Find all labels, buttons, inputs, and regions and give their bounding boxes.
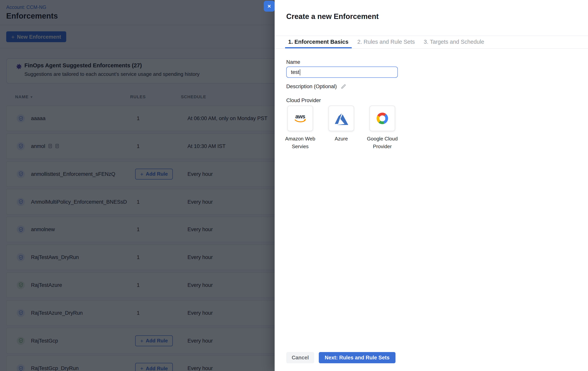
provider-gcp-card[interactable]: Google Cloud Provider — [362, 106, 403, 150]
create-enforcement-drawer: × Create a new Enforcement 1. Enforcemen… — [275, 0, 588, 371]
tab-enforcement-basics[interactable]: 1. Enforcement Basics — [285, 36, 352, 48]
description-label: Description (Optional) — [286, 84, 337, 89]
drawer-footer: Cancel Next: Rules and Rule Sets — [286, 352, 395, 363]
close-button[interactable]: × — [264, 0, 275, 11]
cloud-provider-options: aws Amazon Web Servies Azur — [280, 106, 403, 150]
text-caret — [300, 69, 300, 75]
close-icon: × — [267, 3, 271, 9]
provider-aws-label: Amazon Web Servies — [280, 135, 321, 150]
drawer-title: Create a new Enforcement — [286, 12, 379, 21]
svg-text:aws: aws — [295, 113, 305, 120]
next-button[interactable]: Next: Rules and Rule Sets — [319, 352, 396, 363]
tab-rules-and-rule-sets[interactable]: 2. Rules and Rule Sets — [354, 36, 418, 48]
provider-azure-label: Azure — [335, 135, 348, 142]
tab-targets-and-schedule[interactable]: 3. Targets and Schedule — [421, 36, 487, 48]
screen: Account: CCM-NG Enforcements + New Enfor… — [0, 0, 588, 371]
edit-pencil-icon[interactable] — [340, 84, 346, 89]
provider-aws-card[interactable]: aws Amazon Web Servies — [280, 106, 321, 150]
provider-azure-card[interactable]: Azure — [321, 106, 362, 150]
name-input[interactable]: test — [286, 67, 398, 78]
provider-gcp-label: Google Cloud Provider — [362, 135, 403, 150]
cancel-button[interactable]: Cancel — [286, 352, 314, 363]
name-input-value: test — [291, 69, 299, 75]
azure-logo-icon — [334, 111, 348, 125]
cloud-provider-label: Cloud Provider — [286, 98, 321, 103]
gcp-logo-icon — [375, 111, 390, 126]
aws-logo-icon: aws — [292, 110, 309, 127]
wizard-tabs: 1. Enforcement Basics 2. Rules and Rule … — [275, 36, 588, 49]
name-label: Name — [286, 59, 300, 65]
